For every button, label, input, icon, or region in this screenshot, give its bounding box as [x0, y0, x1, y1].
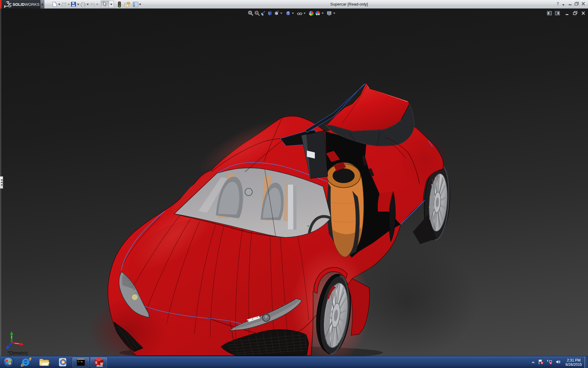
previous-view-button[interactable]	[261, 10, 266, 16]
close-button[interactable]	[581, 2, 586, 7]
open-button[interactable]	[61, 1, 70, 8]
titlebar-controls: ?	[556, 0, 586, 9]
document-window-controls	[547, 11, 586, 15]
brand-bold: SOLID	[13, 2, 24, 7]
reference-triad	[6, 330, 27, 351]
solidworks-2015-icon: S W 2015	[93, 357, 104, 367]
checklist-icon	[132, 1, 138, 7]
show-hidden-icons-button[interactable]	[531, 360, 535, 365]
solidworks-logo-icon: SOLIDWORKS	[2, 0, 40, 9]
taskbar: C:\ S W 2015	[0, 356, 588, 368]
heads-up-toolbar	[247, 10, 336, 16]
screen: SOLIDWORKS	[0, 0, 588, 368]
view-orientation-dropdown[interactable]	[280, 11, 283, 16]
zoom-to-area-button[interactable]	[254, 10, 260, 16]
windows-start-icon	[2, 356, 14, 368]
view-settings-dropdown[interactable]	[333, 11, 336, 16]
select-button[interactable]	[101, 1, 109, 8]
panel-arrow-icon	[1, 179, 2, 181]
menu-expand-arrow[interactable]	[40, 0, 44, 9]
taskbar-internet-explorer[interactable]	[17, 356, 35, 368]
zoom-to-fit-button[interactable]	[248, 10, 254, 16]
command-prompt-icon: C:\	[76, 358, 86, 367]
section-view-button[interactable]	[267, 10, 273, 16]
view-orientation-label: *Dimetric	[7, 351, 28, 356]
tile-right-button[interactable]	[555, 11, 560, 15]
taskbar-command-prompt[interactable]: C:\	[72, 357, 89, 368]
display-style-button[interactable]	[285, 10, 291, 16]
brand-light: WORKS	[24, 2, 40, 7]
graphics-viewport[interactable]: *Dimetric	[0, 9, 588, 356]
media-player-icon	[57, 357, 68, 367]
doc-minimize-button[interactable]	[565, 11, 570, 15]
clock-date: 6/26/2015	[566, 362, 582, 367]
solidworks-year: 2015	[96, 364, 103, 367]
print-button[interactable]	[80, 1, 89, 8]
titlebar: SOLIDWORKS	[0, 0, 588, 9]
undo-dropdown[interactable]	[96, 1, 99, 7]
taskbar-solidworks[interactable]: S W 2015	[90, 357, 107, 368]
solidworks-logo: SOLIDWORKS	[2, 0, 40, 9]
apply-scene-dropdown[interactable]	[321, 11, 324, 16]
view-settings-button[interactable]	[326, 10, 332, 16]
panel-arrow-icon	[1, 182, 2, 183]
save-floppy-icon	[70, 1, 77, 7]
doc-restore-button[interactable]	[573, 11, 578, 15]
new-dropdown[interactable]	[58, 1, 61, 7]
design-checker-dropdown[interactable]	[138, 1, 142, 7]
taskbar-media-player[interactable]	[53, 356, 72, 368]
hide-show-items-button[interactable]	[297, 10, 303, 16]
internet-explorer-icon	[20, 357, 31, 368]
select-dropdown[interactable]	[109, 1, 114, 8]
print-dropdown[interactable]	[86, 1, 89, 7]
collapsed-panel-tab[interactable]	[0, 176, 3, 189]
help-glyph: ?	[557, 2, 559, 6]
open-folder-icon	[61, 1, 67, 7]
display-style-dropdown[interactable]	[291, 11, 294, 16]
folder-icon	[39, 357, 50, 367]
show-desktop-button[interactable]	[584, 356, 588, 368]
network-status-icon[interactable]	[547, 359, 553, 366]
main-toolbar	[51, 0, 142, 9]
edit-appearance-button[interactable]	[308, 10, 314, 16]
doc-close-button[interactable]	[581, 11, 586, 15]
svg-text:S: S	[95, 361, 97, 364]
restore-button[interactable]	[574, 2, 579, 7]
options-button[interactable]	[116, 1, 123, 8]
start-button[interactable]	[0, 356, 17, 368]
apply-scene-button[interactable]	[315, 10, 321, 16]
file-properties-icon	[124, 1, 130, 7]
undo-icon	[89, 1, 96, 7]
svg-text:SOLIDWORKS: SOLIDWORKS	[13, 2, 40, 7]
minimize-button[interactable]	[568, 2, 572, 7]
new-button[interactable]	[51, 1, 61, 8]
undo-button[interactable]	[89, 1, 99, 8]
taskbar-windows-explorer[interactable]	[35, 356, 53, 368]
traffic-light-icon	[116, 1, 123, 7]
volume-icon[interactable]	[556, 359, 561, 366]
help-button[interactable]: ?	[556, 1, 560, 7]
clock-time: 2:31 PM	[566, 358, 582, 362]
new-document-icon	[51, 1, 58, 7]
help-dropdown[interactable]	[562, 2, 564, 7]
action-center-icon[interactable]	[538, 359, 544, 366]
select-tool-group	[101, 1, 114, 8]
hide-show-dropdown[interactable]	[303, 11, 306, 16]
cmd-prompt-text: C:\	[78, 360, 82, 363]
open-dropdown[interactable]	[67, 1, 70, 7]
window-title: Supercar [Read-only]	[150, 0, 548, 9]
file-properties-button[interactable]	[124, 1, 130, 8]
tile-left-button[interactable]	[547, 11, 552, 15]
clock[interactable]: 2:31 PM 6/26/2015	[564, 358, 584, 367]
panel-arrow-icon	[1, 184, 2, 186]
save-dropdown[interactable]	[77, 1, 80, 7]
car-model[interactable]	[0, 9, 588, 356]
design-checker-button[interactable]	[132, 1, 142, 8]
view-orientation-button[interactable]	[273, 10, 279, 16]
system-tray: 2:31 PM 6/26/2015	[531, 356, 584, 368]
save-button[interactable]	[70, 1, 80, 8]
printer-icon	[80, 1, 86, 7]
